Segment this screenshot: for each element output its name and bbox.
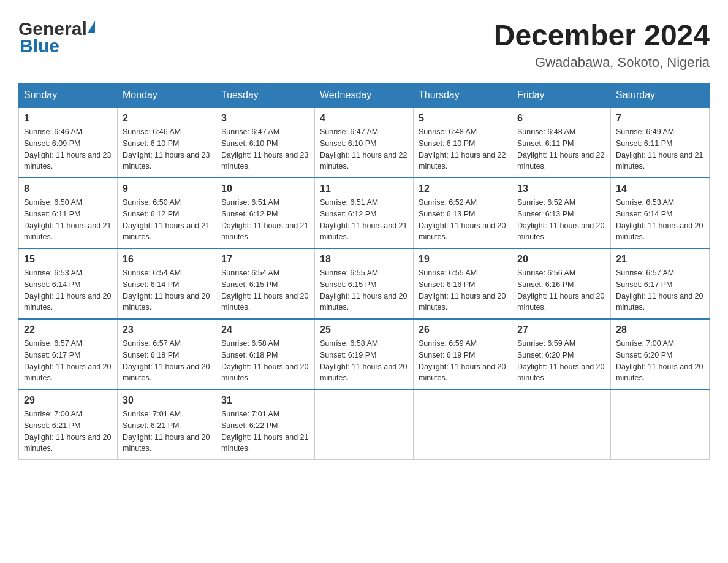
day-number: 17 [221,254,309,265]
calendar-header: SundayMondayTuesdayWednesdayThursdayFrid… [19,83,710,108]
logo-triangle [88,21,95,33]
day-number: 20 [517,254,605,265]
day-cell: 3Sunrise: 6:47 AMSunset: 6:10 PMDaylight… [216,107,315,178]
calendar-subtitle: Gwadabawa, Sokoto, Nigeria [494,55,710,71]
day-cell: 31Sunrise: 7:01 AMSunset: 6:22 PMDayligh… [216,389,315,460]
day-info: Sunrise: 6:52 AMSunset: 6:13 PMDaylight:… [517,197,605,243]
day-number: 12 [419,183,507,194]
day-cell: 4Sunrise: 6:47 AMSunset: 6:10 PMDaylight… [315,107,414,178]
day-info: Sunrise: 7:00 AMSunset: 6:20 PMDaylight:… [616,338,704,384]
header-day-thursday: Thursday [414,83,512,108]
day-cell: 29Sunrise: 7:00 AMSunset: 6:21 PMDayligh… [19,389,118,460]
day-cell [315,389,414,460]
header-day-sunday: Sunday [19,83,118,108]
day-number: 21 [616,254,704,265]
calendar-table: SundayMondayTuesdayWednesdayThursdayFrid… [18,83,710,460]
week-row-2: 8Sunrise: 6:50 AMSunset: 6:11 PMDaylight… [19,178,710,248]
day-info: Sunrise: 7:00 AMSunset: 6:21 PMDaylight:… [24,408,112,454]
day-info: Sunrise: 6:57 AMSunset: 6:17 PMDaylight:… [616,267,704,313]
day-number: 28 [616,324,704,335]
day-info: Sunrise: 6:55 AMSunset: 6:16 PMDaylight:… [419,267,507,313]
header-row: SundayMondayTuesdayWednesdayThursdayFrid… [19,83,710,108]
day-number: 18 [320,254,408,265]
day-info: Sunrise: 6:48 AMSunset: 6:10 PMDaylight:… [419,126,507,172]
day-info: Sunrise: 6:56 AMSunset: 6:16 PMDaylight:… [517,267,605,313]
day-info: Sunrise: 6:47 AMSunset: 6:10 PMDaylight:… [320,126,408,172]
day-info: Sunrise: 6:59 AMSunset: 6:20 PMDaylight:… [517,338,605,384]
day-number: 23 [123,324,211,335]
day-cell: 28Sunrise: 7:00 AMSunset: 6:20 PMDayligh… [611,319,710,389]
day-number: 27 [517,324,605,335]
day-cell: 17Sunrise: 6:54 AMSunset: 6:15 PMDayligh… [216,248,315,319]
day-info: Sunrise: 6:50 AMSunset: 6:12 PMDaylight:… [123,197,211,243]
day-cell: 5Sunrise: 6:48 AMSunset: 6:10 PMDaylight… [414,107,512,178]
day-cell: 12Sunrise: 6:52 AMSunset: 6:13 PMDayligh… [414,178,512,248]
day-info: Sunrise: 6:58 AMSunset: 6:19 PMDaylight:… [320,338,408,384]
calendar-body: 1Sunrise: 6:46 AMSunset: 6:09 PMDaylight… [19,107,710,460]
week-row-5: 29Sunrise: 7:00 AMSunset: 6:21 PMDayligh… [19,389,710,460]
day-number: 11 [320,183,408,194]
header-day-tuesday: Tuesday [216,83,315,108]
week-row-4: 22Sunrise: 6:57 AMSunset: 6:17 PMDayligh… [19,319,710,389]
day-number: 13 [517,183,605,194]
day-number: 9 [123,183,211,194]
day-number: 24 [221,324,309,335]
day-number: 15 [24,254,112,265]
day-info: Sunrise: 6:51 AMSunset: 6:12 PMDaylight:… [320,197,408,243]
header-day-monday: Monday [118,83,216,108]
day-cell: 25Sunrise: 6:58 AMSunset: 6:19 PMDayligh… [315,319,414,389]
day-info: Sunrise: 6:49 AMSunset: 6:11 PMDaylight:… [616,126,704,172]
logo-blue-text: Blue [20,36,59,56]
day-number: 4 [320,113,408,124]
day-number: 16 [123,254,211,265]
day-info: Sunrise: 7:01 AMSunset: 6:22 PMDaylight:… [221,408,309,454]
day-number: 29 [24,395,112,406]
day-cell: 11Sunrise: 6:51 AMSunset: 6:12 PMDayligh… [315,178,414,248]
day-number: 5 [419,113,507,124]
page-header: General Blue December 2024 Gwadabawa, So… [18,18,710,71]
day-cell: 23Sunrise: 6:57 AMSunset: 6:18 PMDayligh… [118,319,216,389]
day-info: Sunrise: 6:46 AMSunset: 6:09 PMDaylight:… [24,126,112,172]
title-section: December 2024 Gwadabawa, Sokoto, Nigeria [494,18,710,71]
day-info: Sunrise: 6:52 AMSunset: 6:13 PMDaylight:… [419,197,507,243]
header-day-saturday: Saturday [611,83,710,108]
day-number: 25 [320,324,408,335]
day-cell: 9Sunrise: 6:50 AMSunset: 6:12 PMDaylight… [118,178,216,248]
day-number: 8 [24,183,112,194]
day-number: 6 [517,113,605,124]
day-cell: 14Sunrise: 6:53 AMSunset: 6:14 PMDayligh… [611,178,710,248]
day-number: 19 [419,254,507,265]
day-cell: 27Sunrise: 6:59 AMSunset: 6:20 PMDayligh… [512,319,611,389]
day-cell: 20Sunrise: 6:56 AMSunset: 6:16 PMDayligh… [512,248,611,319]
day-cell: 18Sunrise: 6:55 AMSunset: 6:15 PMDayligh… [315,248,414,319]
day-cell: 10Sunrise: 6:51 AMSunset: 6:12 PMDayligh… [216,178,315,248]
day-info: Sunrise: 6:55 AMSunset: 6:15 PMDaylight:… [320,267,408,313]
day-info: Sunrise: 6:48 AMSunset: 6:11 PMDaylight:… [517,126,605,172]
day-number: 2 [123,113,211,124]
day-info: Sunrise: 6:46 AMSunset: 6:10 PMDaylight:… [123,126,211,172]
day-cell: 19Sunrise: 6:55 AMSunset: 6:16 PMDayligh… [414,248,512,319]
day-info: Sunrise: 6:51 AMSunset: 6:12 PMDaylight:… [221,197,309,243]
day-number: 14 [616,183,704,194]
day-info: Sunrise: 6:59 AMSunset: 6:19 PMDaylight:… [419,338,507,384]
header-day-wednesday: Wednesday [315,83,414,108]
week-row-3: 15Sunrise: 6:53 AMSunset: 6:14 PMDayligh… [19,248,710,319]
day-number: 22 [24,324,112,335]
week-row-1: 1Sunrise: 6:46 AMSunset: 6:09 PMDaylight… [19,107,710,178]
day-cell: 7Sunrise: 6:49 AMSunset: 6:11 PMDaylight… [611,107,710,178]
day-info: Sunrise: 6:58 AMSunset: 6:18 PMDaylight:… [221,338,309,384]
day-cell: 16Sunrise: 6:54 AMSunset: 6:14 PMDayligh… [118,248,216,319]
day-number: 3 [221,113,309,124]
day-cell: 21Sunrise: 6:57 AMSunset: 6:17 PMDayligh… [611,248,710,319]
day-info: Sunrise: 6:53 AMSunset: 6:14 PMDaylight:… [24,267,112,313]
day-info: Sunrise: 6:54 AMSunset: 6:15 PMDaylight:… [221,267,309,313]
day-info: Sunrise: 6:53 AMSunset: 6:14 PMDaylight:… [616,197,704,243]
logo: General Blue [18,18,95,56]
day-cell: 1Sunrise: 6:46 AMSunset: 6:09 PMDaylight… [19,107,118,178]
day-cell [611,389,710,460]
day-cell: 26Sunrise: 6:59 AMSunset: 6:19 PMDayligh… [414,319,512,389]
day-cell: 2Sunrise: 6:46 AMSunset: 6:10 PMDaylight… [118,107,216,178]
day-cell: 15Sunrise: 6:53 AMSunset: 6:14 PMDayligh… [19,248,118,319]
day-cell: 6Sunrise: 6:48 AMSunset: 6:11 PMDaylight… [512,107,611,178]
day-number: 30 [123,395,211,406]
